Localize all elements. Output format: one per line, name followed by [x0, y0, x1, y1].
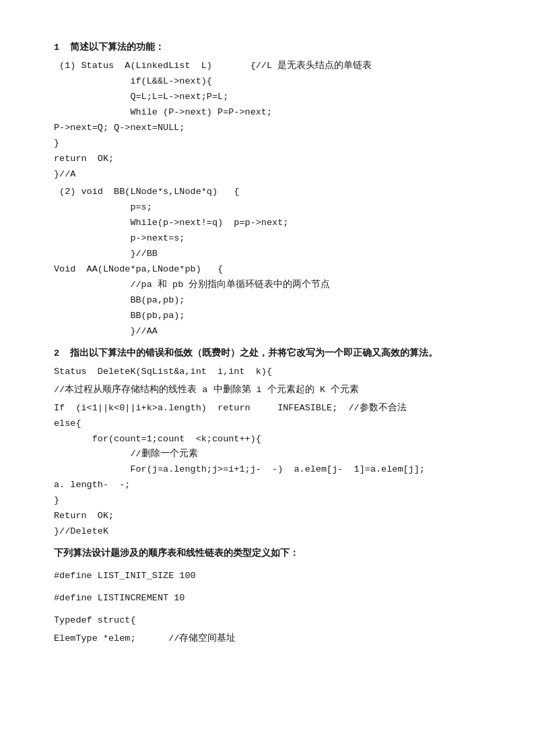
code-block-2-comment: //本过程从顺序存储结构的线性表 a 中删除第 i 个元素起的 K 个元素 [54, 383, 494, 398]
section3-title: 下列算法设计题涉及的顺序表和线性链表的类型定义如下： [54, 546, 494, 562]
section1-title: 1 简述以下算法的功能： [54, 40, 494, 56]
code-block-2-body: If (i<1||k<0||i+k>a.length) return INFEA… [54, 401, 494, 540]
section2-title: 2 指出以下算法中的错误和低效（既费时）之处，并将它改写为一个即正确又高效的算法… [54, 346, 494, 362]
code-block-2-header: Status DeleteK(SqList&a,int i,int k){ [54, 365, 494, 380]
page-container: 1 简述以下算法的功能： (1) Status A(LinkedList L) … [54, 40, 494, 647]
define2-line: #define LISTINCREMENT 10 [54, 591, 494, 606]
typedef-header-line: Typedef struct{ [54, 613, 494, 629]
define1-line: #define LIST_INIT_SIZE 100 [54, 569, 494, 584]
code-block-1b: (2) void BB(LNode*s,LNode*q) { p=s; Whil… [54, 185, 494, 339]
code-block-1a: (1) Status A(LinkedList L) {//L 是无表头结点的单… [54, 59, 494, 183]
elemtype-line: ElemType *elem; //存储空间基址 [54, 631, 494, 647]
